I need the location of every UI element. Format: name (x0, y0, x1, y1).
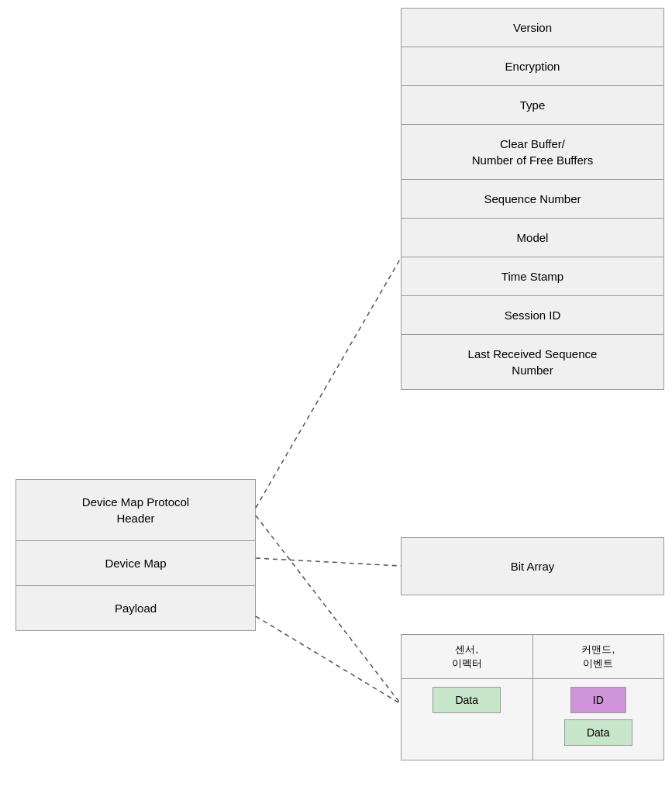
field-session-id: Session ID (401, 296, 663, 335)
field-last-received: Last Received SequenceNumber (401, 335, 663, 389)
field-version: Version (401, 9, 663, 47)
svg-line-3 (256, 516, 401, 704)
payload-section: 센서,이펙터 커맨드,이벤트 Data ID Data (401, 634, 664, 760)
svg-line-2 (256, 616, 401, 704)
svg-line-0 (256, 258, 401, 508)
right-header-boxes: Version Encryption Type Clear Buffer/Num… (401, 8, 664, 390)
field-encryption: Encryption (401, 47, 663, 86)
left-box-device-map: Device Map (16, 541, 255, 586)
left-box-payload: Payload (16, 586, 255, 630)
command-data-box: Data (564, 719, 632, 746)
field-type: Type (401, 86, 663, 125)
field-sequence-number: Sequence Number (401, 180, 663, 219)
right-devicemap-box: Bit Array (401, 537, 664, 595)
field-model: Model (401, 219, 663, 257)
payload-data-row: Data ID Data (401, 679, 663, 760)
left-boxes: Device Map ProtocolHeader Device Map Pay… (16, 479, 256, 631)
field-clear-buffer: Clear Buffer/Number of Free Buffers (401, 125, 663, 180)
col-sensor-header: 센서,이펙터 (401, 635, 533, 678)
col-command-data: ID Data (533, 679, 664, 760)
sensor-data-box: Data (432, 687, 501, 713)
diagram-container: Version Encryption Type Clear Buffer/Num… (0, 0, 672, 800)
svg-line-1 (256, 558, 401, 566)
left-box-header: Device Map ProtocolHeader (16, 480, 255, 541)
field-time-stamp: Time Stamp (401, 257, 663, 296)
col-command-header: 커맨드,이벤트 (533, 635, 664, 678)
bit-array-label: Bit Array (511, 560, 555, 573)
col-sensor-data: Data (401, 679, 533, 760)
command-id-box: ID (570, 687, 626, 713)
payload-header-row: 센서,이펙터 커맨드,이벤트 (401, 635, 663, 679)
